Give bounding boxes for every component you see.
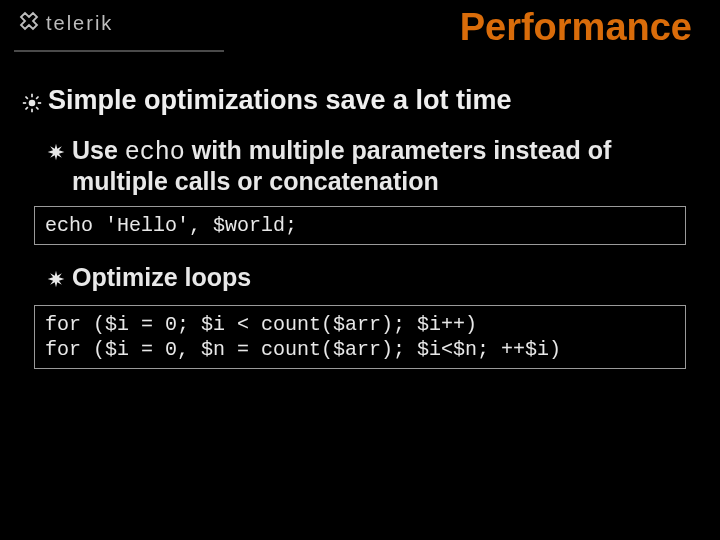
code-echo: echo 'Hello', $world;	[45, 213, 675, 238]
svg-point-0	[29, 100, 36, 107]
starburst-icon	[46, 139, 66, 168]
starburst-icon	[46, 266, 66, 295]
bullet-level1: Simple optimizations save a lot time	[22, 86, 698, 120]
svg-line-8	[36, 97, 38, 99]
bullet-level2-loops-text: Optimize loops	[72, 263, 251, 292]
slide: telerik Performance	[0, 0, 720, 540]
bullet-level2-echo-text: Use echo with multiple parameters instea…	[72, 136, 698, 197]
header-divider	[14, 50, 224, 52]
code-box-loops: for ($i = 0; $i < count($arr); $i++) for…	[34, 305, 686, 369]
telerik-logo-icon	[18, 10, 40, 37]
content: Simple optimizations save a lot time Use…	[0, 62, 720, 369]
svg-line-5	[26, 97, 28, 99]
svg-line-6	[36, 107, 38, 109]
brand-text: telerik	[46, 12, 113, 35]
inline-code: echo	[125, 138, 185, 167]
bullet-level1-text: Simple optimizations save a lot time	[48, 86, 512, 116]
text-pre: Use	[72, 136, 125, 164]
svg-line-7	[26, 107, 28, 109]
bullet-level2-loops: Optimize loops	[46, 263, 698, 295]
bullet-level2-echo: Use echo with multiple parameters instea…	[46, 136, 698, 197]
sunburst-icon	[22, 90, 42, 120]
code-box-echo: echo 'Hello', $world;	[34, 206, 686, 245]
code-loops: for ($i = 0; $i < count($arr); $i++) for…	[45, 312, 675, 362]
header: telerik Performance	[0, 0, 720, 62]
slide-title: Performance	[460, 6, 692, 49]
